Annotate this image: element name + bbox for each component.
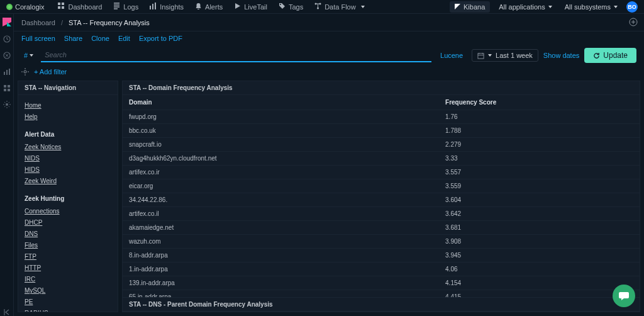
- play-icon: [234, 3, 241, 11]
- insights-icon: [150, 3, 157, 11]
- table-cell: 3.642: [439, 207, 640, 221]
- nav-link-files[interactable]: Files: [25, 240, 111, 251]
- discover-icon[interactable]: [3, 52, 11, 59]
- table-panel-title: STA -- Domain Frequency Analysis: [123, 81, 640, 95]
- svg-point-7: [280, 4, 281, 5]
- chevron-down-icon: [548, 6, 552, 8]
- nav-link-zeekweird[interactable]: Zeek Weird: [25, 176, 111, 187]
- nav-link-home[interactable]: Home: [25, 100, 111, 111]
- table-row[interactable]: wazuh.com3.908: [123, 235, 640, 249]
- grid-icon: [58, 3, 65, 11]
- nav-link-mysql[interactable]: MySQL: [25, 285, 111, 296]
- table-row[interactable]: fwupd.org1.76: [123, 110, 640, 124]
- table-row[interactable]: d3ag4hukkh62yn.cloudfront.net3.33: [123, 152, 640, 166]
- calendar-icon: [477, 52, 484, 59]
- nav-link-radius[interactable]: RADIUS: [25, 308, 111, 312]
- kibana-button[interactable]: Kibana: [450, 1, 490, 13]
- table-row[interactable]: 65.in-addr.arpa4.415: [123, 290, 640, 298]
- nav-link-connections[interactable]: Connections: [25, 206, 111, 217]
- query-language-toggle[interactable]: Lucene: [436, 52, 467, 59]
- nav-link-help[interactable]: Help: [25, 111, 111, 123]
- chat-fab[interactable]: [613, 285, 635, 307]
- nav-link-http[interactable]: HTTP: [25, 262, 111, 274]
- svg-rect-14: [6, 70, 8, 75]
- date-range-label: Last 1 week: [496, 52, 533, 59]
- subsystems-dropdown[interactable]: All subsystems: [561, 1, 621, 13]
- svg-rect-3: [62, 6, 64, 9]
- brand-logo[interactable]: Coralogix: [6, 3, 44, 11]
- table-cell: 1.76: [439, 110, 640, 124]
- applications-label: All applications: [499, 3, 545, 11]
- clone-link[interactable]: Clone: [91, 35, 109, 42]
- nav-section-heading: Zeek Hunting: [25, 193, 111, 205]
- edit-link[interactable]: Edit: [118, 35, 130, 42]
- nav-link-dns[interactable]: DNS: [25, 229, 111, 240]
- filter-settings-icon[interactable]: [21, 68, 29, 76]
- date-picker[interactable]: Last 1 week: [472, 49, 538, 62]
- svg-rect-4: [150, 6, 151, 9]
- table-row[interactable]: 139.in-addr.arpa4.154: [123, 276, 640, 290]
- table-cell: 34.244.22.86.: [123, 193, 439, 207]
- kibana-label: Kibana: [464, 3, 485, 11]
- column-header[interactable]: Frequency Score: [439, 95, 640, 110]
- export-pdf-link[interactable]: Export to PDF: [139, 35, 182, 42]
- nav-link-hids[interactable]: HIDS: [25, 164, 111, 176]
- dashboard-icon[interactable]: [3, 84, 11, 92]
- nav-link-nids[interactable]: NIDS: [25, 153, 111, 164]
- breadcrumb-separator: /: [61, 19, 63, 26]
- nav-dashboard[interactable]: Dashboard: [53, 1, 107, 13]
- table-row[interactable]: 1.in-addr.arpa4.06: [123, 262, 640, 276]
- show-dates-link[interactable]: Show dates: [543, 52, 579, 59]
- recent-icon[interactable]: [3, 35, 11, 43]
- table-row[interactable]: 34.244.22.86.3.604: [123, 193, 640, 207]
- applications-dropdown[interactable]: All applications: [495, 1, 555, 13]
- avatar[interactable]: BO: [626, 1, 638, 13]
- nav-insights[interactable]: Insights: [145, 1, 189, 13]
- nav-label: Tags: [289, 3, 303, 11]
- nav-alerts[interactable]: Alerts: [190, 1, 228, 13]
- update-button[interactable]: Update: [584, 48, 636, 63]
- table-cell: eicar.org: [123, 179, 439, 193]
- table-row[interactable]: artifex.co.ir3.557: [123, 166, 640, 179]
- nav-livetail[interactable]: LiveTail: [229, 1, 272, 13]
- nav-link-zeeknotices[interactable]: Zeek Notices: [25, 142, 111, 153]
- full-screen-link[interactable]: Full screen: [21, 35, 55, 42]
- table-row[interactable]: akamaiedge.net3.681: [123, 221, 640, 235]
- table-cell: 8.in-addr.arpa: [123, 249, 439, 262]
- nav-tags[interactable]: Tags: [274, 1, 308, 13]
- table-row[interactable]: artifex.co.il3.642: [123, 207, 640, 221]
- kibana-icon: [455, 4, 460, 9]
- nav-label: Logs: [123, 3, 138, 11]
- breadcrumb-root[interactable]: Dashboard: [21, 19, 55, 26]
- chevron-down-icon: [614, 6, 618, 8]
- saved-query-button[interactable]: #: [21, 52, 36, 59]
- table-row[interactable]: bbc.co.uk1.788: [123, 124, 640, 138]
- collapse-icon[interactable]: [3, 308, 11, 316]
- svg-rect-16: [4, 85, 6, 87]
- chevron-down-icon: [30, 54, 33, 57]
- table-row[interactable]: 8.in-addr.arpa3.945: [123, 249, 640, 262]
- table-cell: 3.33: [439, 152, 640, 166]
- table-cell: 139.in-addr.arpa: [123, 276, 439, 290]
- table-row[interactable]: eicar.org3.559: [123, 179, 640, 193]
- svg-rect-18: [4, 89, 6, 91]
- svg-rect-6: [155, 3, 156, 9]
- add-filter-link[interactable]: + Add filter: [34, 68, 67, 76]
- table-row[interactable]: snapcraft.io2.279: [123, 138, 640, 152]
- nav-link-irc[interactable]: IRC: [25, 274, 111, 285]
- search-input[interactable]: [41, 48, 431, 62]
- table-cell: 3.557: [439, 166, 640, 179]
- kibana-rail-logo[interactable]: [3, 18, 11, 26]
- add-panel-icon[interactable]: [629, 18, 638, 26]
- nav-dataflow[interactable]: Data Flow: [309, 1, 370, 13]
- table-cell: 4.415: [439, 290, 640, 298]
- nav-logs[interactable]: Logs: [108, 1, 143, 13]
- management-icon[interactable]: [3, 101, 11, 108]
- visualize-icon[interactable]: [3, 68, 11, 76]
- nav-link-dhcp[interactable]: DHCP: [25, 217, 111, 229]
- domain-frequency-panel: STA -- Domain Frequency Analysis DomainF…: [122, 81, 640, 312]
- column-header[interactable]: Domain: [123, 95, 439, 110]
- nav-link-pe[interactable]: PE: [25, 296, 111, 308]
- nav-link-ftp[interactable]: FTP: [25, 251, 111, 262]
- share-link[interactable]: Share: [64, 35, 82, 42]
